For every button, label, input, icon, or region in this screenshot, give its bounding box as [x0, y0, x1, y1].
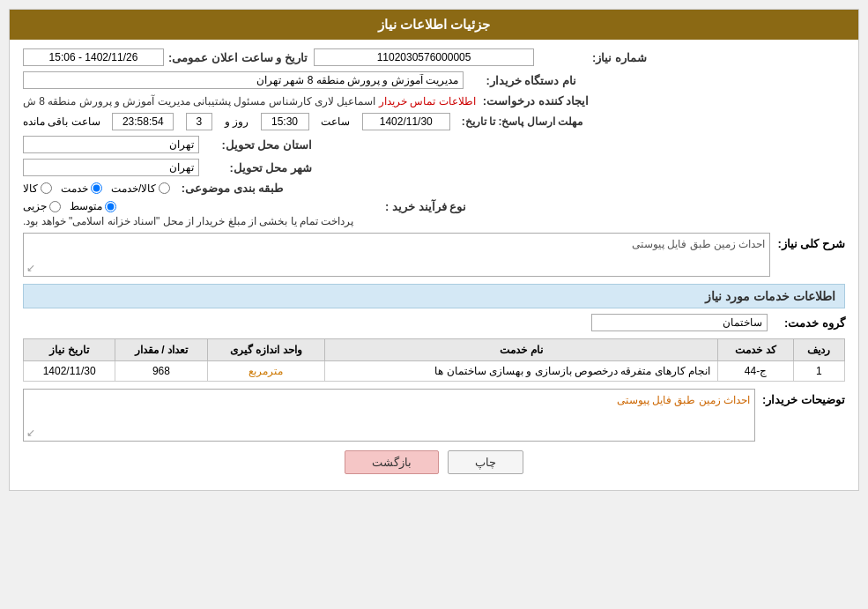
col-tedad: تعداد / مقدار	[115, 339, 207, 361]
tabaqe-kala-khedmat-label[interactable]: کالا/خدمت	[111, 182, 170, 195]
tarikh-aalan-input	[23, 48, 164, 66]
table-header-row: ردیف کد خدمت نام خدمت واحد اندازه گیری ت…	[24, 339, 845, 361]
ejad-label: ایجاد کننده درخواست:	[483, 94, 590, 108]
tabaqe-kala-radio[interactable]	[41, 182, 52, 194]
goroh-row: گروه خدمت:	[23, 314, 845, 331]
sharh-label: شرح کلی نیاز:	[777, 233, 845, 250]
cell-radif: 1	[793, 361, 844, 382]
nooe-label: نوع فرآیند خرید :	[360, 200, 466, 213]
col-nam: نام خدمت	[325, 339, 718, 361]
goroh-input	[591, 314, 768, 331]
tabaqe-radio-group: کالا/خدمت خدمت کالا	[23, 182, 170, 195]
nooe-motavaset-label[interactable]: متوسط	[70, 200, 116, 212]
sharh-content: احداث زمین طبق فایل پیوستی	[23, 233, 770, 277]
sharh-section: شرح کلی نیاز: احداث زمین طبق فایل پیوستی	[23, 233, 845, 277]
print-button[interactable]: چاپ	[448, 450, 523, 474]
col-vahed: واحد اندازه گیری	[207, 339, 325, 361]
shomare-row: شماره نیاز: تاریخ و ساعت اعلان عمومی:	[23, 48, 845, 66]
mohlat-label: مهلت ارسال پاسخ: تا تاریخ:	[462, 115, 582, 128]
nooe-motavaset-radio[interactable]	[105, 201, 116, 212]
mohlat-roz-input	[186, 113, 212, 130]
cell-tedad: 968	[115, 361, 207, 382]
nooe-jozii-label[interactable]: جزیی	[23, 200, 61, 212]
ostan-row: استان محل تحویل:	[23, 136, 845, 153]
col-kod: کد خدمت	[718, 339, 794, 361]
tawzihat-box: احداث زمین طبق فایل پیوستی	[23, 389, 755, 442]
khadamat-title: اطلاعات خدمات مورد نیاز	[705, 289, 835, 303]
shomare-label: شماره نیاز:	[541, 51, 647, 64]
col-radif: ردیف	[793, 339, 844, 361]
tabaqe-khedmat-radio[interactable]	[91, 182, 102, 194]
button-row: چاپ بازگشت	[23, 450, 845, 474]
cell-vahed: مترمربع	[207, 361, 325, 382]
col-tarikh: تاریخ نیاز	[24, 339, 115, 361]
tabaqe-label: طبقه بندی موضوعی:	[177, 182, 283, 195]
content-area: شماره نیاز: تاریخ و ساعت اعلان عمومی: نا…	[10, 40, 858, 490]
dastgah-input	[23, 71, 464, 89]
services-table: ردیف کد خدمت نام خدمت واحد اندازه گیری ت…	[23, 338, 845, 382]
sharh-box: احداث زمین طبق فایل پیوستی	[23, 233, 770, 277]
ostan-input	[23, 136, 199, 153]
tawzihat-section: توضیحات خریدار: احداث زمین طبق فایل پیوس…	[23, 389, 845, 442]
mohlat-saat-input	[112, 113, 174, 130]
ejad-row: ایجاد کننده درخواست: اطلاعات تماس خریدار…	[23, 94, 845, 108]
tawzihat-label: توضیحات خریدار:	[762, 389, 845, 406]
shomare-input	[314, 48, 534, 66]
shahr-row: شهر محل تحویل:	[23, 159, 845, 176]
table-row: 1 ج-44 انجام کارهای متفرقه درخصوص بازساز…	[24, 361, 845, 382]
tabaqe-kala-text: کالا	[23, 182, 38, 195]
nooe-motavaset-text: متوسط	[70, 200, 102, 212]
dastgah-label: نام دستگاه خریدار:	[471, 74, 576, 87]
nooe-note: پرداخت تمام یا بخشی از مبلغ خریدار از مح…	[23, 215, 353, 227]
nooe-jozii-text: جزیی	[23, 200, 47, 212]
tabaqe-kala-label[interactable]: کالا	[23, 182, 52, 195]
saat-label: ساعت	[321, 115, 350, 128]
goroh-label: گروه خدمت:	[775, 316, 845, 330]
mohlat-row: مهلت ارسال پاسخ: تا تاریخ: ساعت روز و سا…	[23, 113, 845, 130]
tabaqe-row: طبقه بندی موضوعی: کالا/خدمت خدمت کالا	[23, 182, 845, 195]
tabaqe-kala-khedmat-radio[interactable]	[159, 182, 170, 194]
tabaqe-khedmat-label[interactable]: خدمت	[61, 182, 102, 195]
main-container: جزئیات اطلاعات نیاز شماره نیاز: تاریخ و …	[9, 9, 859, 491]
ejad-value: اسماعیل لاری کارشناس مسئول پشتیبانی مدیر…	[23, 95, 375, 108]
cell-tarikh: 1402/11/30	[24, 361, 115, 382]
tarikh-aalan-label: تاریخ و ساعت اعلان عمومی:	[168, 51, 308, 64]
page-header: جزئیات اطلاعات نیاز	[10, 10, 858, 40]
back-button[interactable]: بازگشت	[345, 450, 439, 474]
cell-kod: ج-44	[718, 361, 794, 382]
mande-label: ساعت باقی مانده	[23, 115, 100, 128]
sharh-text: احداث زمین طبق فایل پیوستی	[632, 238, 765, 250]
shahr-label: شهر محل تحویل:	[206, 161, 312, 175]
tawzihat-text: احداث زمین طبق فایل پیوستی	[617, 394, 750, 406]
cell-nam: انجام کارهای متفرقه درخصوص بازسازی و بهس…	[325, 361, 718, 382]
page-title: جزئیات اطلاعات نیاز	[378, 17, 490, 32]
tabaqe-kala-khedmat-text: کالا/خدمت	[111, 182, 156, 195]
mohlat-time-input	[261, 113, 309, 130]
nooe-row: نوع فرآیند خرید : متوسط جزیی پرداخت تمام…	[23, 200, 845, 227]
nooe-jozii-radio[interactable]	[49, 201, 61, 212]
nooe-radio-group: متوسط جزیی	[23, 200, 116, 212]
dastgah-row: نام دستگاه خریدار:	[23, 71, 845, 89]
contact-link[interactable]: اطلاعات تماس خریدار	[379, 95, 476, 108]
roz-label: روز و	[225, 115, 249, 128]
mohlat-date-input	[362, 113, 450, 130]
page-wrapper: جزئیات اطلاعات نیاز شماره نیاز: تاریخ و …	[0, 0, 868, 609]
ostan-label: استان محل تحویل:	[206, 138, 312, 152]
shahr-input	[23, 159, 199, 176]
khadamat-section-header: اطلاعات خدمات مورد نیاز	[23, 284, 845, 308]
tabaqe-khedmat-text: خدمت	[61, 182, 88, 195]
